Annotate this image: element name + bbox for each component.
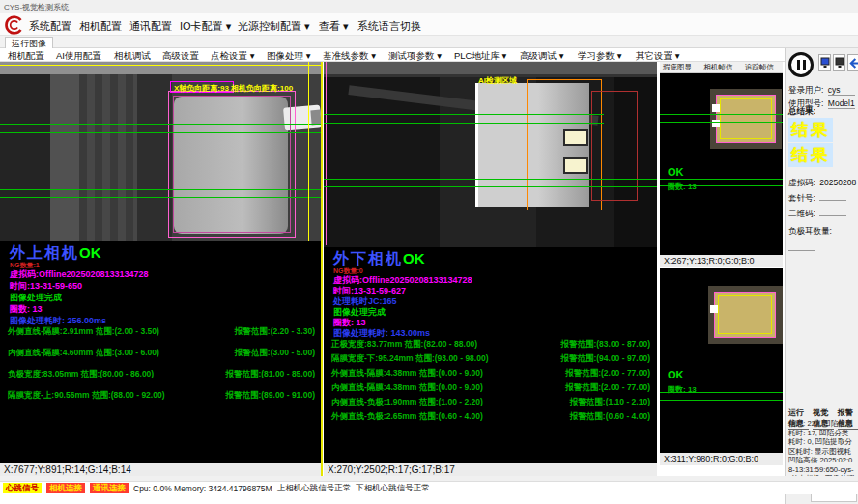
camera-name: 外上相机: [10, 244, 79, 261]
alarm-range-text: 报警范围:(2.20 - 3.30): [235, 326, 315, 338]
pause-icon: [803, 60, 806, 70]
alarm-range-text: 报警范围:(2.00 - 77.00): [565, 368, 650, 379]
measurement-row: 内侧直线-负极:1.90mm 范围:(1.00 - 2.20)报警范围:(1.1…: [331, 397, 650, 408]
bottom-camera-heartbeat-text: 下相机心跳信号正常: [356, 483, 430, 494]
thumb-tab-track[interactable]: 追踪帧信息: [745, 63, 780, 71]
window-title: CYS-视觉检测系统: [4, 2, 69, 13]
camera-view-button-1[interactable]: [818, 54, 831, 71]
tab-strip: [0, 36, 858, 48]
measurement-row: 内侧直线-隔膜:4.38mm 范围:(0.00 - 9.00)报警范围:(2.0…: [331, 382, 650, 394]
camera-panel-top[interactable]: X轴负向距离:93 相机负向距离:100 外上相机OK NG数量:1 虚拟码:O…: [0, 62, 321, 476]
pause-icon: [797, 60, 800, 70]
alarm-range-text: 报警范围:(94.00 - 97.00): [560, 353, 650, 365]
thumb-note: 圈数: 13: [668, 182, 697, 192]
roi-outline: [173, 96, 291, 233]
overlay-line: [0, 132, 321, 133]
measurement-text: 负极宽度:83.05mm 范围:(80.00 - 86.00): [8, 369, 154, 380]
camera-panel-bottom[interactable]: AI检测区域 外下相机OK NG数量:0 虚拟码:Offline20250208…: [324, 62, 657, 476]
pixel-readout-thumb-bottom: X:311;Y:980;R:0;G:0;B:0: [660, 453, 783, 465]
monitor-icon: [820, 57, 830, 69]
alarm-range-text: 报警范围:(2.00 - 77.00): [565, 382, 650, 394]
heartbeat-badge: 心跳信号: [3, 483, 42, 493]
cpu-memory-text: Cpu: 0.0% Memory: 3424.41796875M: [133, 484, 272, 493]
overlay-line: [0, 197, 321, 198]
alarm-range-text: 报警范围:(83.00 - 87.00): [560, 339, 650, 350]
connector-tab: [712, 104, 720, 112]
overlay-line: [660, 400, 783, 401]
thumb-ok: OK: [668, 369, 684, 380]
tab-run-image[interactable]: 运行图像: [5, 37, 53, 48]
menu-item-view[interactable]: 查看 ▾: [319, 19, 349, 34]
thumb-ok: OK: [668, 166, 684, 178]
roi-outline-red: [591, 91, 638, 201]
measurement-text: 内侧直线-隔膜:4.38mm 范围:(0.00 - 9.00): [331, 382, 483, 394]
overlay-line: [324, 114, 604, 115]
thumb-panel-bottom[interactable]: OK 圈数: 13 X:311;Y:980;R:0;G:0;B:0: [660, 268, 783, 465]
field-label: 虚拟码:: [788, 178, 815, 187]
scene-structure: [79, 74, 137, 241]
thumb-tab-defect[interactable]: 瑕疵图显示: [663, 63, 698, 71]
total-result-label: 总结果:: [788, 106, 815, 118]
model-value: Model1: [828, 98, 855, 109]
camera-image-bottom: AI检测区域: [324, 62, 657, 247]
tab-count-row: 负极耳数量:: [788, 220, 858, 255]
pixel-readout-top: X:7677;Y:891;R:14;G:14;B:14: [0, 463, 321, 476]
measurement-row: 外侧直线-隔膜:2.91mm 范围:(2.00 - 3.50)报警范围:(2.2…: [8, 326, 315, 338]
ai-note: AI检测区域: [478, 75, 517, 86]
thumb-tab-camera[interactable]: 相机帧信息: [703, 63, 738, 71]
pixel-readout-bottom: X:270;Y:2502;R:17;G:17;B:17: [324, 463, 657, 476]
camera-image-top: X轴负向距离:93 相机负向距离:100: [0, 62, 321, 241]
alarm-range-text: 报警范围:(89.00 - 91.00): [225, 390, 315, 402]
field-value: [819, 200, 846, 201]
measurement-text: 外侧直线-负极:2.65mm 范围:(0.60 - 4.00): [331, 411, 483, 423]
menu-item-comm-config[interactable]: 通讯配置: [129, 19, 172, 34]
result-ok: OK: [79, 244, 101, 261]
scene-structure: [0, 74, 50, 241]
panel-divider: [321, 62, 323, 476]
menu-item-language-switch[interactable]: 系统语言切换: [358, 19, 421, 34]
measurement-text: 内侧直线-负极:1.90mm 范围:(1.00 - 2.20): [331, 397, 483, 408]
alarm-range-text: 报警范围:(3.00 - 5.00): [235, 348, 315, 359]
app-logo-icon: [4, 15, 23, 35]
monitor-icon: [835, 57, 844, 69]
pixel-readout-thumb-top: X:267;Y:13;R:0;G:0;B:0: [660, 255, 783, 267]
field-label: 负极耳数量:: [788, 226, 832, 236]
overlay-line: [324, 123, 604, 124]
menu-item-light-config[interactable]: 光源控制配置 ▾: [238, 19, 310, 34]
overlay-line: [0, 124, 321, 125]
menu-item-io-config[interactable]: IO卡配置 ▾: [180, 19, 231, 34]
thumb-tab-strip: 瑕疵图显示 相机帧信息 追踪帧信息: [660, 62, 783, 73]
thumb-image: [710, 89, 782, 149]
scene-structure: [137, 74, 172, 241]
sidebar: 登录用户: cys 使用型号: Model1 总结果: 结果 结果 虚拟码: 2…: [785, 48, 858, 504]
camera-view-button-2[interactable]: [833, 54, 845, 71]
measurement-text: 隔膜宽度-上:90.56mm 范围:(88.00 - 92.00): [8, 390, 165, 402]
overlay-line: [660, 122, 783, 123]
title-bar: CYS-视觉检测系统: [0, 0, 858, 13]
overlay-line: [324, 186, 657, 187]
measurement-row: 隔膜宽度-下:95.24mm 范围:(93.00 - 98.00)报警范围:(9…: [331, 353, 650, 365]
menu-item-camera-config[interactable]: 相机配置: [79, 19, 122, 34]
measurement-text: 正极宽度:83.77mm 范围:(82.00 - 88.00): [331, 339, 477, 350]
comm-link-badge: 通讯连接: [90, 483, 129, 493]
ruler-note: X轴负向距离:93 相机负向距离:100: [174, 83, 293, 94]
field-value: 20250208: [819, 178, 856, 187]
app-window: CYS-视觉检测系统 系统配置 相机配置 通讯配置 IO卡配置 ▾ 光源控制配置…: [0, 0, 858, 504]
measurement-row: 正极宽度:83.77mm 范围:(82.00 - 88.00)报警范围:(83.…: [331, 339, 650, 350]
measurement-text: 隔膜宽度-下:95.24mm 范围:(93.00 - 98.00): [331, 353, 489, 365]
overlay-line: [324, 179, 657, 180]
exit-button[interactable]: [847, 54, 858, 71]
measurement-row: 负极宽度:83.05mm 范围:(80.00 - 86.00)报警范围:(81.…: [8, 369, 315, 380]
pause-button[interactable]: [788, 52, 814, 77]
field-value: [819, 215, 846, 216]
thumb-image: [708, 286, 783, 344]
alarm-range-text: 报警范围:(81.00 - 85.00): [225, 369, 315, 380]
overlay-line: [326, 62, 327, 245]
camera-name: 外下相机: [333, 250, 403, 266]
measurement-text: 外侧直线-隔膜:4.38mm 范围:(0.00 - 9.00): [331, 368, 483, 379]
thumb-panel-top[interactable]: OK 圈数: 13 X:267;Y:13;R:0;G:0;B:0: [660, 73, 783, 267]
overlay-line: [308, 62, 309, 241]
scene-band: [0, 62, 321, 74]
menu-item-system-config[interactable]: 系统配置: [29, 19, 72, 34]
thumb-note: 圈数: 13: [668, 384, 697, 395]
